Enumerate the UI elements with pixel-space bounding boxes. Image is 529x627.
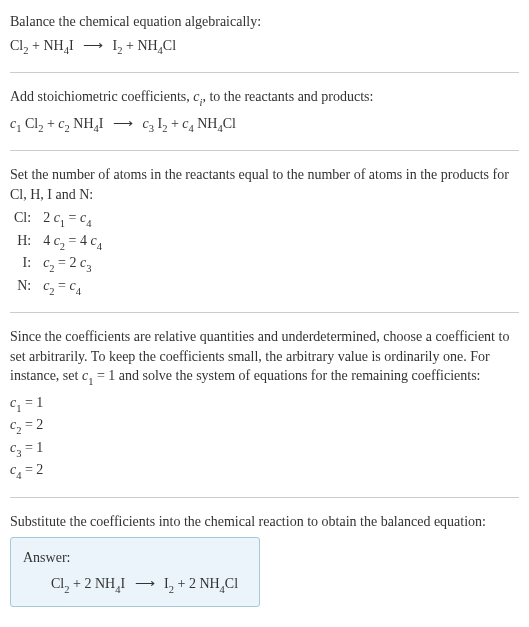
- element-label: N:: [10, 276, 39, 298]
- species-nh4i: NH4I: [95, 576, 125, 591]
- balanced-equation: Cl2 + 2 NH4I ⟶ I2 + 2 NH4Cl: [23, 574, 247, 596]
- prompt-text: Balance the chemical equation algebraica…: [10, 12, 519, 32]
- species-i2: I2: [164, 576, 174, 591]
- coeff-row: c3 = 1: [10, 438, 519, 460]
- element-label: I:: [10, 253, 39, 275]
- coefficient-values: c1 = 1 c2 = 2 c3 = 1 c4 = 2: [10, 393, 519, 483]
- species-nh4i: NH4I: [73, 116, 103, 131]
- table-row: H: 4 c2 = 4 c4: [10, 231, 106, 253]
- coeff-row: c4 = 2: [10, 460, 519, 482]
- prompt-text: Set the number of atoms in the reactants…: [10, 165, 519, 204]
- species-cl2: Cl2: [10, 38, 28, 53]
- arrow-icon: ⟶: [135, 574, 155, 594]
- coeff-c2: c2: [58, 116, 69, 131]
- coeff-row: c1 = 1: [10, 393, 519, 415]
- table-row: Cl: 2 c1 = c4: [10, 208, 106, 230]
- species-cl2: Cl2: [51, 576, 69, 591]
- section-balance-prompt: Balance the chemical equation algebraica…: [10, 8, 519, 73]
- species-nh4cl: NH4Cl: [199, 576, 238, 591]
- prompt-text: Add stoichiometric coefficients, ci, to …: [10, 87, 519, 109]
- element-label: Cl:: [10, 208, 39, 230]
- section-solve-coefficients: Since the coefficients are relative quan…: [10, 323, 519, 498]
- arrow-icon: ⟶: [83, 36, 103, 56]
- coefficient-equation: c1 Cl2 + c2 NH4I ⟶ c3 I2 + c4 NH4Cl: [10, 114, 519, 136]
- coeff-c4: c4: [182, 116, 193, 131]
- coeff-c1: c1: [10, 116, 21, 131]
- element-equation: 2 c1 = c4: [39, 208, 106, 230]
- plus: +: [122, 38, 137, 53]
- species-nh4cl: NH4Cl: [197, 116, 236, 131]
- prompt-text: Since the coefficients are relative quan…: [10, 327, 519, 389]
- prompt-text: Substitute the coefficients into the che…: [10, 512, 519, 532]
- arrow-icon: ⟶: [113, 114, 133, 134]
- unbalanced-equation: Cl2 + NH4I ⟶ I2 + NH4Cl: [10, 36, 519, 58]
- coeff-2: 2: [189, 576, 200, 591]
- plus: +: [167, 116, 182, 131]
- coeff-c3: c3: [142, 116, 153, 131]
- element-equation: c2 = 2 c3: [39, 253, 106, 275]
- section-final-answer: Substitute the coefficients into the che…: [10, 508, 519, 622]
- species-i2: I2: [157, 116, 167, 131]
- section-atom-equations: Set the number of atoms in the reactants…: [10, 161, 519, 313]
- element-equation: 4 c2 = 4 c4: [39, 231, 106, 253]
- plus: +: [69, 576, 84, 591]
- element-equations-table: Cl: 2 c1 = c4 H: 4 c2 = 4 c4 I: c2 = 2 c…: [10, 208, 106, 298]
- plus: +: [174, 576, 189, 591]
- answer-box: Answer: Cl2 + 2 NH4I ⟶ I2 + 2 NH4Cl: [10, 537, 260, 607]
- species-nh4cl: NH4Cl: [137, 38, 176, 53]
- plus: +: [28, 38, 43, 53]
- table-row: I: c2 = 2 c3: [10, 253, 106, 275]
- coeff-2: 2: [84, 576, 95, 591]
- table-row: N: c2 = c4: [10, 276, 106, 298]
- element-label: H:: [10, 231, 39, 253]
- species-i2: I2: [113, 38, 123, 53]
- section-add-coefficients: Add stoichiometric coefficients, ci, to …: [10, 83, 519, 151]
- coeff-row: c2 = 2: [10, 415, 519, 437]
- plus: +: [43, 116, 58, 131]
- element-equation: c2 = c4: [39, 276, 106, 298]
- species-nh4i: NH4I: [43, 38, 73, 53]
- species-cl2: Cl2: [25, 116, 43, 131]
- answer-label: Answer:: [23, 548, 247, 568]
